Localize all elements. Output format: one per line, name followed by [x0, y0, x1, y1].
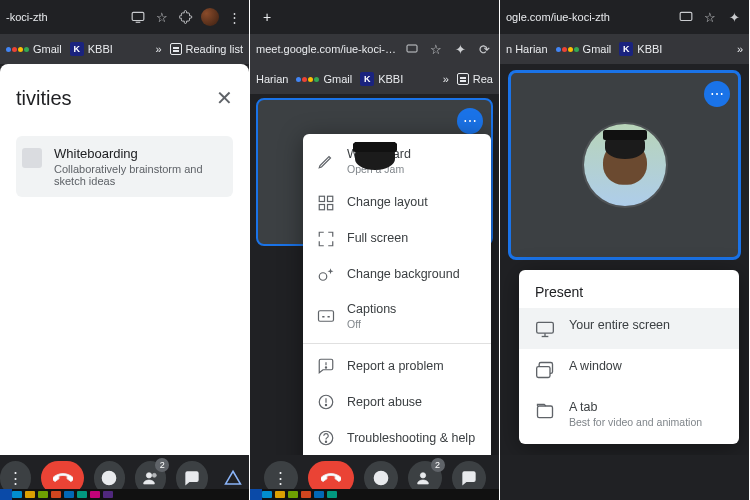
- window-icon: [535, 360, 555, 380]
- monitor-icon: [535, 319, 555, 339]
- svg-marker-7: [226, 471, 241, 484]
- menu-change-background[interactable]: Change background: [303, 257, 491, 293]
- extensions-icon[interactable]: ✦: [451, 40, 469, 58]
- menu-captions[interactable]: CaptionsOff: [303, 293, 491, 340]
- activity-subtitle: Collaboratively brainstorm and sketch id…: [54, 163, 227, 187]
- sync-icon[interactable]: ⟳: [475, 40, 493, 58]
- svg-rect-8: [407, 45, 417, 52]
- activities-title: tivities: [16, 87, 72, 110]
- svg-rect-33: [538, 406, 553, 418]
- address-bar: meet.google.com/iue-koci-zth ☆ ✦ ⟳: [250, 34, 499, 64]
- abuse-icon: [317, 393, 335, 411]
- bookmark-kbbi[interactable]: KKBBI: [70, 42, 113, 56]
- present-window[interactable]: A window: [519, 349, 739, 390]
- svg-rect-28: [537, 322, 554, 333]
- participants-count: 2: [431, 458, 445, 472]
- kebab-icon[interactable]: ⋮: [225, 8, 243, 26]
- svg-rect-32: [537, 367, 550, 378]
- activity-title: Whiteboarding: [54, 146, 227, 161]
- participant-avatar: [584, 124, 666, 206]
- menu-separator: [303, 343, 491, 344]
- profile-avatar[interactable]: [201, 8, 219, 26]
- bookmarks-bar: n Harian Gmail KKBBI »: [500, 34, 749, 64]
- present-entire-screen[interactable]: Your entire screen: [519, 308, 739, 349]
- overflow-chevron[interactable]: »: [737, 43, 743, 55]
- fullscreen-icon: [317, 230, 335, 248]
- bookmarks-bar: Gmail KKBBI » Reading list: [0, 34, 249, 64]
- svg-rect-14: [319, 311, 334, 322]
- bookmarks-bar: Harian Gmail KKBBI » Rea: [250, 64, 499, 94]
- close-icon[interactable]: ✕: [216, 86, 233, 110]
- reading-list-icon: [170, 43, 182, 55]
- bookmark-gmail[interactable]: Gmail: [296, 73, 352, 85]
- reading-list[interactable]: Reading list: [170, 43, 243, 55]
- overflow-chevron[interactable]: »: [443, 73, 449, 85]
- extensions-icon[interactable]: [177, 8, 195, 26]
- bookmark-harian[interactable]: n Harian: [506, 43, 548, 55]
- svg-point-19: [325, 405, 326, 406]
- menu-report-abuse[interactable]: Report abuse: [303, 384, 491, 420]
- bookmark-gmail[interactable]: Gmail: [556, 43, 612, 55]
- cast-icon[interactable]: [677, 8, 695, 26]
- sparkle-icon: [317, 266, 335, 284]
- call-bar: [500, 455, 749, 500]
- star-icon[interactable]: ☆: [427, 40, 445, 58]
- menu-report-problem[interactable]: Report a problem: [303, 348, 491, 384]
- menu-fullscreen[interactable]: Full screen: [303, 221, 491, 257]
- bookmark-harian[interactable]: Harian: [256, 73, 288, 85]
- star-icon[interactable]: ☆: [153, 8, 171, 26]
- whiteboard-icon: [22, 148, 42, 168]
- windows-taskbar: [250, 489, 499, 500]
- menu-whiteboard[interactable]: WhiteboardOpen a Jam: [303, 138, 491, 185]
- svg-point-16: [325, 367, 326, 368]
- svg-point-6: [152, 473, 156, 477]
- svg-rect-10: [328, 196, 333, 201]
- layout-icon: [317, 194, 335, 212]
- svg-rect-11: [319, 204, 324, 209]
- svg-rect-0: [132, 12, 144, 20]
- present-tab[interactable]: A tabBest for video and animation: [519, 390, 739, 438]
- svg-point-5: [146, 472, 151, 477]
- feedback-icon: [317, 357, 335, 375]
- svg-point-13: [319, 272, 327, 280]
- cast-icon[interactable]: [129, 8, 147, 26]
- tile-more-icon[interactable]: ⋯: [457, 108, 483, 134]
- browser-tab-bar: ogle.com/iue-koci-zth ☆ ✦: [500, 0, 749, 34]
- bookmark-gmail[interactable]: Gmail: [6, 43, 62, 55]
- svg-point-26: [420, 472, 425, 477]
- menu-change-layout[interactable]: Change layout: [303, 185, 491, 221]
- svg-rect-27: [680, 12, 692, 20]
- svg-point-25: [380, 474, 381, 475]
- pencil-icon: [317, 152, 335, 170]
- cast-icon[interactable]: [403, 40, 421, 58]
- browser-tab-bar: -koci-zth ☆ ⋮: [0, 0, 249, 34]
- svg-rect-12: [328, 204, 333, 209]
- star-icon[interactable]: ☆: [701, 8, 719, 26]
- overflow-chevron[interactable]: »: [155, 43, 161, 55]
- activity-whiteboarding[interactable]: Whiteboarding Collaboratively brainstorm…: [16, 136, 233, 197]
- svg-rect-9: [319, 196, 324, 201]
- svg-point-21: [325, 441, 326, 442]
- extensions-icon[interactable]: ✦: [725, 8, 743, 26]
- present-title: Present: [519, 284, 739, 308]
- windows-taskbar: [0, 489, 249, 500]
- new-tab-button[interactable]: +: [256, 6, 278, 28]
- menu-troubleshooting[interactable]: Troubleshooting & help: [303, 420, 491, 456]
- help-icon: [317, 429, 335, 447]
- present-menu: Present Your entire screen A window A ta…: [519, 270, 739, 444]
- browser-tab-bar: +: [250, 0, 499, 34]
- tile-more-icon[interactable]: ⋯: [704, 81, 730, 107]
- bookmark-kbbi[interactable]: KKBBI: [360, 72, 403, 86]
- reading-list-icon: [457, 73, 469, 85]
- page-url: ogle.com/iue-koci-zth: [506, 11, 671, 23]
- reading-list[interactable]: Rea: [457, 73, 493, 85]
- captions-icon: [317, 307, 335, 325]
- tab-url: -koci-zth: [6, 11, 123, 23]
- bookmark-kbbi[interactable]: KKBBI: [619, 42, 662, 56]
- svg-point-4: [109, 474, 110, 475]
- more-options-menu: WhiteboardOpen a Jam Change layout Full …: [303, 134, 491, 496]
- tab-icon: [535, 401, 555, 421]
- participants-count: 2: [155, 458, 169, 472]
- page-url: meet.google.com/iue-koci-zth: [256, 43, 397, 55]
- video-tile[interactable]: ⋯: [508, 70, 741, 260]
